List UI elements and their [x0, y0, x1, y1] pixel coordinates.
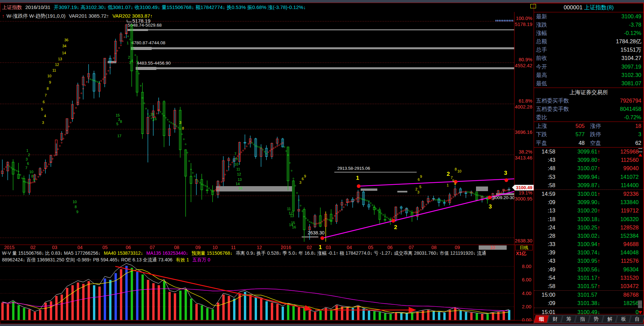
tick-row[interactable]: :583099.87↓114400: [534, 181, 643, 189]
svg-text:3: 3: [504, 170, 507, 176]
svg-text:15: 15: [150, 112, 154, 116]
svg-text:80.9%: 80.9%: [519, 57, 532, 62]
panel-tab-财[interactable]: 财: [547, 315, 563, 323]
svg-text:06: 06: [126, 245, 131, 250]
svg-text:3009.20-30: 3009.20-30: [493, 195, 515, 200]
volume-header-segment: 预测量 151506768↓: [191, 250, 232, 256]
scrollbar-splitter-icon[interactable]: [638, 148, 642, 152]
tick-scrollbar[interactable]: [638, 148, 643, 315]
svg-text:4552.42: 4552.42: [515, 63, 532, 68]
tick-row[interactable]: :493100.56↓96304: [534, 265, 643, 274]
svg-text:07: 07: [409, 245, 414, 250]
svg-text:3: 3: [489, 203, 492, 210]
svg-text:100.0%: 100.0%: [516, 16, 532, 21]
exchange-name: 上海证券交易所: [534, 88, 643, 97]
svg-text:4: 4: [44, 114, 46, 118]
svg-text:9: 9: [76, 210, 78, 214]
panel-tab-自[interactable]: 自: [629, 315, 644, 323]
indicator-label-bar[interactable]: ↑W-涨跌停 W-趋势(191,0,0)VAR201 3085.72↑VAR20…: [2, 13, 156, 19]
tick-row[interactable]: :543101.17↑131520: [534, 274, 643, 282]
svg-text:8: 8: [47, 87, 49, 91]
panel-tab-指[interactable]: 指: [575, 315, 590, 323]
svg-text:04: 04: [77, 245, 83, 250]
stock-code: 000001: [564, 4, 583, 11]
svg-text:16: 16: [292, 225, 296, 229]
svg-text:1: 1: [127, 41, 129, 45]
panel-tab-筹[interactable]: 筹: [561, 315, 576, 323]
svg-text:6: 6: [27, 162, 29, 165]
volume-header-segment: 88962424↓ 百倍 1369831.250 空间 -0.989↑ PB 5…: [2, 257, 172, 262]
volume-unit-label: X1亿: [516, 251, 533, 256]
market-count-rows: 上涨505涨停18下跌577跌停3平盘48空盘62: [534, 122, 643, 147]
svg-text:3: 3: [26, 157, 28, 161]
svg-text:10: 10: [234, 162, 238, 166]
scroll-down-arrow[interactable]: [638, 311, 642, 314]
tick-row[interactable]: :283100.02↓152384: [534, 232, 643, 240]
svg-text:16: 16: [153, 117, 157, 121]
main-candlestick-chart[interactable]: 100.0%5178.1980.9%4552.4261.8%4002.28369…: [0, 12, 533, 250]
svg-text:13: 13: [290, 214, 294, 218]
svg-text:17: 17: [117, 134, 121, 138]
panel-divider: [534, 314, 643, 314]
tick-row[interactable]: :433100.95↑112576: [534, 257, 643, 265]
svg-text:13: 13: [238, 177, 242, 181]
quote-row: 最新3100.49: [534, 12, 643, 21]
svg-text:03: 03: [326, 245, 331, 250]
scroll-up-arrow[interactable]: [638, 154, 642, 157]
svg-text:10: 10: [29, 170, 33, 174]
svg-text:2015: 2015: [4, 245, 14, 250]
quote-side-panel: 000001 上证指数(8) 最新3100.49涨跌-3.78涨幅-0.12%总…: [534, 3, 644, 324]
indicator-segment: VAR201 3085.72↑: [69, 13, 109, 19]
svg-text:9: 9: [236, 157, 238, 161]
tick-row[interactable]: :583101.57↑103472: [534, 282, 643, 290]
svg-text:2.00: 2.00: [522, 304, 531, 309]
svg-text:1: 1: [26, 149, 28, 153]
panel-tab-细[interactable]: 细: [534, 315, 549, 323]
panel-tab-板[interactable]: 板: [616, 315, 631, 323]
tick-row[interactable]: :133100.20↑119712: [534, 206, 643, 215]
tick-row[interactable]: 14:583099.61↑125968: [534, 148, 643, 156]
panel-tab-势[interactable]: 势: [588, 315, 604, 323]
tick-row[interactable]: :433099.80↑112560: [534, 156, 643, 164]
market-count-row: 上涨505涨停18: [534, 122, 643, 130]
period-selector[interactable]: 日线: [515, 245, 533, 250]
tick-row[interactable]: :483100.07↑99040: [534, 164, 643, 172]
tick-row[interactable]: :333100.94↑94688: [534, 240, 643, 248]
svg-text:5: 5: [41, 107, 43, 111]
panel-title[interactable]: 000001 上证指数(8): [534, 3, 643, 12]
svg-text:09: 09: [195, 245, 201, 250]
svg-text:10: 10: [73, 200, 77, 204]
depth-row: 五档委买手数7926794: [534, 97, 643, 105]
svg-text:1: 1: [319, 244, 322, 250]
svg-text:02: 02: [307, 245, 312, 250]
tick-row[interactable]: :243100.25↑128528: [534, 223, 643, 232]
info-bar-segment: 开3097.19↓ 高3102.30↓ 低3081.07↓ 收3100.49↓ …: [54, 4, 306, 10]
quote-row: 涨跌-3.78: [534, 21, 643, 29]
window-bottom-strip: [0, 324, 644, 326]
tick-row[interactable]: :533099.94↓141072: [534, 173, 643, 181]
svg-text:10: 10: [212, 245, 218, 250]
svg-text:8: 8: [455, 167, 457, 171]
svg-text:3413.46: 3413.46: [515, 155, 532, 161]
svg-text:7: 7: [234, 152, 236, 156]
svg-text:02: 02: [30, 245, 36, 250]
svg-text:7: 7: [45, 93, 47, 97]
svg-text:07: 07: [150, 245, 155, 250]
svg-text:2913.58-2915.06: 2913.58-2915.06: [337, 166, 370, 171]
tick-row[interactable]: :093099.90↓133840: [534, 198, 643, 206]
quote-row: 总手15151万: [534, 46, 643, 54]
svg-text:6: 6: [43, 100, 45, 104]
tick-row[interactable]: :183100.18↓106320: [534, 215, 643, 223]
panel-tab-解[interactable]: 解: [602, 315, 617, 323]
tick-row[interactable]: 15:003101.5786768: [534, 290, 643, 299]
scrollbar-thumb[interactable]: [638, 301, 642, 308]
svg-text:09: 09: [455, 245, 460, 250]
svg-text:5: 5: [419, 185, 421, 189]
svg-text:5: 5: [116, 122, 118, 126]
tick-list[interactable]: 14:583099.61↑125968:433099.80↑112560:483…: [534, 148, 643, 316]
svg-text:16: 16: [238, 186, 242, 190]
tick-row[interactable]: 14:593100.01↑92336: [534, 189, 643, 198]
chart-corner-icon[interactable]: [530, 4, 536, 8]
tick-row[interactable]: :093101.38↓18256: [534, 299, 643, 307]
tick-row[interactable]: :393100.74↓144048: [534, 248, 643, 257]
